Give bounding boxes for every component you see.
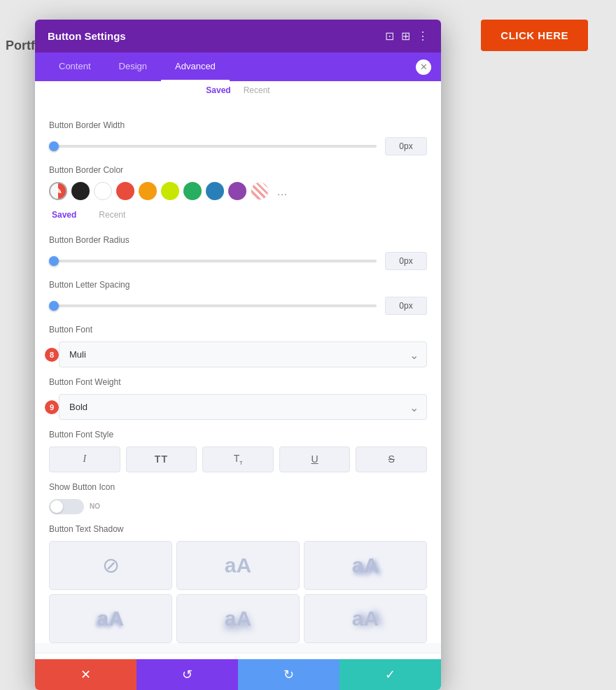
border-radius-value: 0px <box>385 252 427 270</box>
text-shadow-grid: ⊘ aA aA aA aA a <box>49 541 427 643</box>
show-button-icon-toggle[interactable] <box>49 499 84 514</box>
tab-advanced[interactable]: Advanced <box>161 52 230 82</box>
shadow-preview-5: aA <box>352 607 379 631</box>
shadow-option-4[interactable]: aA <box>176 594 300 643</box>
shadow-option-2[interactable]: aA <box>304 541 427 590</box>
letter-spacing-thumb[interactable] <box>49 301 59 311</box>
modal-body: Saved Recent Button Border Width 0px But… <box>35 81 441 690</box>
border-width-slider-row: 0px <box>49 137 427 155</box>
swatch-green[interactable] <box>183 182 202 200</box>
cancel-button[interactable]: ✕ <box>35 659 136 690</box>
font-style-strikethrough[interactable]: S <box>356 446 427 472</box>
font-weight-select-inner: Bold Normal Light <box>59 394 427 420</box>
border-radius-thumb[interactable] <box>49 256 59 266</box>
font-weight-select-wrapper: 9 Bold Normal Light <box>49 394 427 420</box>
footer-action-bar: ✕ ↺ ↻ ✓ <box>35 659 441 690</box>
shadow-option-none[interactable]: ⊘ <box>49 541 172 590</box>
font-style-capitalize[interactable]: Tт <box>202 446 274 472</box>
saved-link-color[interactable]: Saved <box>52 210 76 220</box>
modal-title: Button Settings <box>48 30 126 42</box>
border-radius-track[interactable] <box>49 260 377 262</box>
font-style-uppercase[interactable]: TT <box>126 446 197 472</box>
undo-button[interactable]: ↺ <box>136 659 238 690</box>
text-shadow-label: Button Text Shadow <box>49 524 427 534</box>
shadow-option-1[interactable]: aA <box>176 541 300 590</box>
border-width-label: Button Border Width <box>49 120 427 130</box>
swatch-more[interactable]: … <box>273 182 291 200</box>
swatch-striped[interactable] <box>251 182 269 200</box>
font-step-badge: 8 <box>45 348 59 362</box>
shadow-preview-4: aA <box>225 607 251 631</box>
border-color-label: Button Border Color <box>49 165 427 175</box>
swatch-yellow-green[interactable] <box>161 182 179 200</box>
saved-recent-top: Saved Recent <box>35 81 441 101</box>
expand-icon[interactable]: ⊡ <box>385 29 394 43</box>
font-style-underline[interactable]: U <box>279 446 351 472</box>
swatch-purple[interactable] <box>228 182 246 200</box>
swatch-custom[interactable]: ✎ <box>49 182 67 200</box>
toggle-knob <box>50 500 63 513</box>
more-icon[interactable]: ⋮ <box>417 29 428 43</box>
border-radius-slider-row: 0px <box>49 252 427 270</box>
recent-link-top[interactable]: Recent <box>244 85 270 95</box>
swatch-white[interactable] <box>94 182 112 200</box>
border-radius-label: Button Border Radius <box>49 235 427 245</box>
confirm-button[interactable]: ✓ <box>340 659 441 690</box>
tab-design[interactable]: Design <box>105 52 161 82</box>
swatch-blue[interactable] <box>206 182 224 200</box>
border-width-thumb[interactable] <box>49 141 59 151</box>
font-style-italic[interactable]: I <box>49 446 120 472</box>
shadow-option-5[interactable]: aA <box>304 594 427 643</box>
border-width-value: 0px <box>385 137 427 155</box>
font-weight-label: Button Font Weight <box>49 377 427 387</box>
no-shadow-icon: ⊘ <box>102 553 120 577</box>
tab-content[interactable]: Content <box>45 52 105 82</box>
shadow-option-3[interactable]: aA <box>49 594 172 643</box>
shadow-preview-3: aA <box>97 607 124 631</box>
font-select-inner: Muli Arial Georgia <box>59 342 427 367</box>
settings-section: Button Border Width 0px Button Border Co… <box>35 101 441 643</box>
letter-spacing-value: 0px <box>385 297 427 315</box>
font-weight-step-badge: 9 <box>45 400 59 414</box>
recent-link-color[interactable]: Recent <box>99 210 125 220</box>
redo-button[interactable]: ↻ <box>238 659 340 690</box>
modal-header: Button Settings ⊡ ⊞ ⋮ <box>35 20 441 52</box>
saved-recent-color: Saved Recent <box>49 206 427 225</box>
swatch-red[interactable] <box>116 182 134 200</box>
font-weight-select[interactable]: Bold Normal Light <box>59 394 427 420</box>
swatch-orange[interactable] <box>139 182 157 200</box>
layout-icon[interactable]: ⊞ <box>401 29 410 43</box>
toggle-no-label: NO <box>90 502 100 510</box>
border-color-swatches: ✎ … <box>49 182 427 200</box>
border-width-track[interactable] <box>49 145 377 148</box>
modal-close-button[interactable]: ✕ <box>416 59 431 75</box>
font-select-wrapper: 8 Muli Arial Georgia <box>49 342 427 367</box>
click-here-button[interactable]: Click Here <box>481 20 588 51</box>
font-style-label: Button Font Style <box>49 430 427 439</box>
show-button-icon-toggle-row: NO <box>49 499 427 514</box>
font-style-buttons: I TT Tт U S <box>49 446 427 472</box>
tabs-bar: Content Design Advanced ✕ <box>35 52 441 81</box>
letter-spacing-track[interactable] <box>49 304 377 307</box>
shadow-preview-1: aA <box>225 554 251 577</box>
shadow-preview-2: aA <box>352 554 379 577</box>
show-button-icon-label: Show Button Icon <box>49 482 427 492</box>
saved-link-top[interactable]: Saved <box>206 85 230 95</box>
font-label: Button Font <box>49 325 427 335</box>
swatch-black[interactable] <box>71 182 90 200</box>
button-settings-modal: Button Settings ⊡ ⊞ ⋮ Content Design Adv… <box>35 20 441 690</box>
font-select[interactable]: Muli Arial Georgia <box>59 342 427 367</box>
letter-spacing-label: Button Letter Spacing <box>49 280 427 290</box>
modal-header-actions: ⊡ ⊞ ⋮ <box>385 29 428 43</box>
letter-spacing-slider-row: 0px <box>49 297 427 315</box>
